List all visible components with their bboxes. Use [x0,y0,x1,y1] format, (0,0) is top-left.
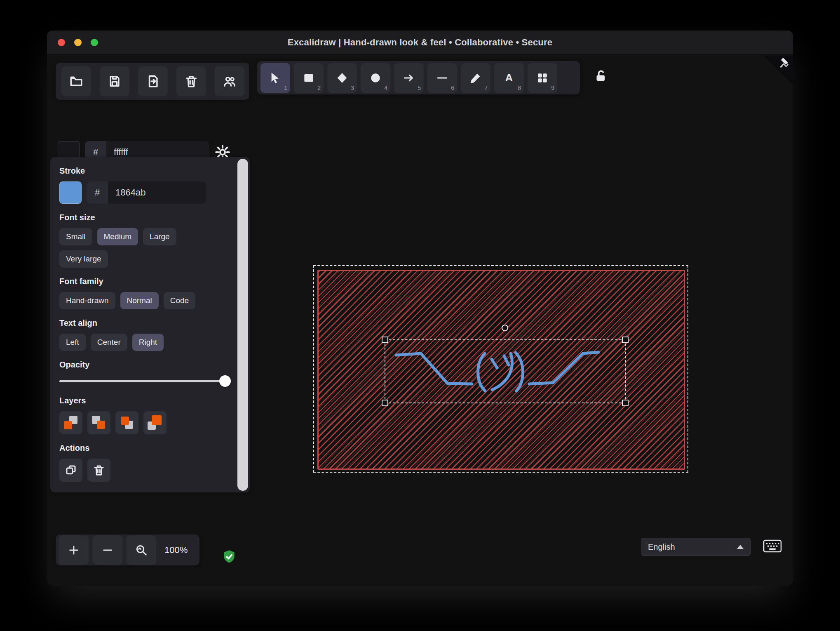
resize-handle-bottom-right[interactable] [622,400,629,406]
stroke-color-swatch[interactable] [59,181,82,204]
text-align-right-button[interactable]: Right [132,334,164,351]
tool-arrow-button[interactable]: 5 [394,63,424,93]
window-title: Excalidraw | Hand-drawn look & feel • Co… [288,37,552,48]
library-icon [536,71,549,85]
duplicate-icon [65,464,77,476]
rectangle-icon [302,71,315,85]
opacity-slider-thumb[interactable] [219,375,231,387]
traffic-lights [58,39,98,46]
keyboard-icon [763,539,782,553]
send-backward-button[interactable] [87,411,110,434]
rotation-handle[interactable] [502,325,508,331]
zoom-in-button[interactable] [59,535,89,565]
font-size-large-button[interactable]: Large [143,228,176,245]
keep-tool-active-button[interactable] [592,67,610,85]
font-family-normal-button[interactable]: Normal [120,292,159,309]
text-align-label: Text align [59,318,227,328]
zoom-toolbar: 100% [56,534,199,565]
stroke-color-row: # [59,181,227,204]
titlebar: Excalidraw | Hand-drawn look & feel • Co… [47,31,793,54]
tool-text-button[interactable]: A 8 [494,63,524,93]
ellipse-icon [369,71,382,85]
tool-rectangle-button[interactable]: 2 [294,63,324,93]
export-button[interactable] [138,66,168,96]
shield-check-icon [221,549,237,565]
pencil-icon [469,71,482,85]
send-to-back-button[interactable] [59,411,82,434]
duplicate-button[interactable] [59,459,82,482]
resize-handle-top-left[interactable] [382,337,388,343]
trash-icon [184,74,198,88]
tool-shortcut: 9 [551,85,554,91]
tool-shortcut: 5 [418,85,421,91]
font-size-medium-button[interactable]: Medium [97,228,138,245]
tool-shortcut: 3 [351,85,354,91]
text-icon: A [502,71,516,85]
zoom-percentage: 100% [164,545,188,556]
clear-canvas-button[interactable] [176,66,206,96]
font-size-small-button[interactable]: Small [59,228,92,245]
zoom-window-button[interactable] [91,39,98,46]
stroke-section-label: Stroke [59,166,227,176]
open-file-button[interactable] [61,66,91,96]
line-icon [436,71,449,85]
folder-open-icon [69,74,83,88]
tool-shortcut: 2 [317,85,321,91]
font-size-very-large-button[interactable]: Very large [59,250,108,268]
svg-text:A: A [505,72,513,83]
unlocked-padlock-icon [594,68,608,83]
layer-front-icon [97,421,105,429]
text-align-center-button[interactable]: Center [91,334,127,351]
close-window-button[interactable] [58,39,65,46]
tool-shortcut: 1 [284,85,287,91]
actions-label: Actions [59,443,227,453]
font-size-options: Small Medium Large Very large [59,228,227,268]
tool-shortcut: 7 [484,85,488,91]
app-window: Excalidraw | Hand-drawn look & feel • Co… [47,31,793,586]
language-select[interactable]: English [641,538,751,556]
opacity-label: Opacity [59,360,227,370]
tool-library-button[interactable]: 9 [528,63,557,93]
tool-shortcut: 6 [451,85,454,91]
panel-scrollbar[interactable] [237,159,248,491]
dropup-caret-icon [737,545,744,549]
tool-ellipse-button[interactable]: 4 [361,63,390,93]
layers-buttons [59,411,227,434]
opacity-slider[interactable] [59,375,231,387]
tool-selection-button[interactable]: 1 [260,63,290,93]
collaborators-icon [223,74,237,88]
resize-handle-bottom-left[interactable] [382,400,388,406]
reset-zoom-button[interactable] [127,535,156,565]
trash-icon [93,464,105,476]
bring-to-front-button[interactable] [143,411,167,434]
resize-handle-top-right[interactable] [622,337,629,343]
tool-line-button[interactable]: 6 [427,63,457,93]
minimize-window-button[interactable] [74,39,82,46]
collaborators-button[interactable] [215,66,244,96]
export-icon [146,74,160,88]
text-align-options: Left Center Right [59,334,227,351]
hash-prefix: # [87,181,108,204]
shape-toolbar: 1 2 3 4 5 6 7 A 8 [257,61,580,94]
layer-front-icon [152,415,162,425]
stroke-color-input[interactable] [108,187,206,198]
delete-button[interactable] [87,459,110,482]
font-family-hand-drawn-button[interactable]: Hand-drawn [59,292,115,309]
text-selection-box [385,339,626,403]
zoom-out-button[interactable] [93,535,122,565]
save-button[interactable] [100,66,129,96]
layer-front-icon [121,417,129,425]
arrow-icon [402,71,415,85]
tool-diamond-button[interactable]: 3 [327,63,357,93]
selection-cursor-icon [269,71,282,85]
keyboard-shortcuts-button[interactable] [763,539,782,555]
plus-icon [68,544,80,556]
layers-label: Layers [59,396,227,405]
tool-draw-button[interactable]: 7 [461,63,490,93]
encryption-indicator[interactable] [221,549,237,567]
font-family-options: Hand-drawn Normal Code [59,292,227,309]
canvas-background-input[interactable] [106,147,209,158]
text-align-left-button[interactable]: Left [59,334,86,351]
bring-forward-button[interactable] [115,411,138,434]
font-family-code-button[interactable]: Code [164,292,195,309]
